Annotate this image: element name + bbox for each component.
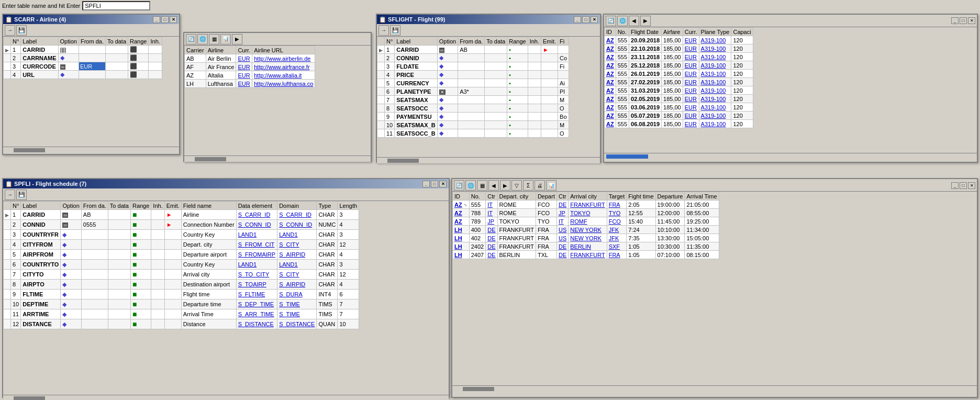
table-row[interactable]: 2 CONNID ═ 0555 ■ ► Connection Number S_… bbox=[4, 220, 359, 230]
table-row[interactable]: 4 CITYFROM ◆ ■ Depart. city S_FROM_CIT S… bbox=[4, 240, 359, 250]
table-row[interactable]: AZ 555 06.08.2019 185,00 EUR A319-100 12… bbox=[605, 120, 753, 128]
scarr-save-btn[interactable]: 💾 bbox=[16, 25, 27, 36]
table-row[interactable]: AZ 788 IT ROME FCO JP TOKYO TYO 12:55 12… bbox=[453, 209, 719, 217]
table-row[interactable]: 10 SEATSMAX_B ◆ ▪ M bbox=[377, 121, 569, 129]
spd-sum[interactable]: Σ bbox=[523, 180, 533, 191]
sfd-refresh[interactable]: 🔄 bbox=[606, 16, 616, 26]
table-row[interactable]: AZ 789 JP TOKYO TYO IT ROMF FCO 15:40 11… bbox=[453, 217, 719, 226]
scarr-hscrollbar[interactable] bbox=[3, 147, 179, 153]
sfd-minimize[interactable]: _ bbox=[951, 17, 959, 24]
carrier-play-btn[interactable]: ▶ bbox=[232, 34, 242, 45]
table-row[interactable]: LH Lufthansa EUR http://www.lufthansa.co bbox=[185, 80, 315, 88]
spd-minimize[interactable]: _ bbox=[951, 182, 959, 189]
spd-globe[interactable]: 🌐 bbox=[465, 180, 476, 191]
table-row[interactable]: LH 2402 DE FRANKFURT FRA DE BERLIN SXF 1… bbox=[453, 242, 719, 251]
sflight-close[interactable]: ✕ bbox=[591, 16, 598, 23]
table-row[interactable]: 8 SEATSOCC ◆ ▪ O bbox=[377, 104, 569, 113]
table-row[interactable]: AZ ✎ 555 IT ROME FCO DE FRANKFURT FRA 2:… bbox=[453, 201, 719, 209]
spd-filter[interactable]: ▽ bbox=[511, 180, 522, 191]
scarr-maximize[interactable]: □ bbox=[161, 16, 169, 23]
table-row[interactable]: 5 AIRPFROM ◆ ■ Departure airport S_FROMA… bbox=[4, 250, 359, 260]
table-row[interactable]: ▶ 1 CARRID ═ AB ■ ► Airline S_CARR_ID S_… bbox=[4, 210, 359, 220]
carrier-window: 🔄 🌐 ▦ 📊 ▶ Carrier Airline Curr. Airline … bbox=[183, 32, 372, 162]
table-row[interactable]: 4 URL ◆ ⬛ bbox=[4, 71, 162, 79]
sfd-hscrollbar[interactable] bbox=[604, 153, 977, 159]
table-row[interactable]: 2 CONNID ◆ ▪ Co bbox=[377, 54, 569, 62]
spfli-nav-btn[interactable]: → bbox=[5, 190, 15, 200]
spd-refresh[interactable]: 🔄 bbox=[454, 180, 464, 191]
table-row[interactable]: 11 SEATSOCC_B ◆ ▪ O bbox=[377, 129, 569, 138]
spd-hscrollbar[interactable] bbox=[452, 385, 977, 392]
carrier-chart-btn[interactable]: 📊 bbox=[220, 34, 231, 45]
col-option: Option bbox=[58, 37, 79, 46]
scarr-nav-btn[interactable]: → bbox=[5, 25, 15, 36]
sfd-globe[interactable]: 🌐 bbox=[617, 16, 628, 26]
table-row[interactable]: ▶ 1 CARRID [ ] ⬛ bbox=[4, 46, 162, 54]
table-row[interactable]: AZ 555 05.07.2019 185,00 EUR A319-100 12… bbox=[605, 112, 753, 120]
scarr-minimize[interactable]: _ bbox=[153, 16, 160, 23]
spd-close[interactable]: ✕ bbox=[968, 182, 975, 189]
table-row[interactable]: AZ 555 03.06.2019 185,00 EUR A319-100 12… bbox=[605, 103, 753, 112]
table-row[interactable]: LH 402 DE FRANKFURT FRA US NEW YORK JFK … bbox=[453, 234, 719, 242]
spd-next[interactable]: ▶ bbox=[500, 180, 510, 191]
table-row[interactable]: AB Air Berlin EUR http://www.airberlin.d… bbox=[185, 54, 315, 63]
sfd-maximize[interactable]: □ bbox=[960, 17, 967, 24]
table-row[interactable]: 7 CITYTO ◆ ■ Arrival city S_TO_CITY S_CI… bbox=[4, 270, 359, 280]
scarr-titlebar: 📋 SCARR - Airline (4) _ □ ✕ bbox=[3, 15, 179, 24]
table-row[interactable]: 6 COUNTRYTO ◆ ■ Country Key LAND1 LAND1 … bbox=[4, 260, 359, 270]
table-row[interactable]: 6 PLANETYPE ✕ A3* ▪ Pl bbox=[377, 87, 569, 96]
table-row[interactable]: ▶ 1 CARRID ═ AB ▪ ► bbox=[377, 46, 569, 54]
spd-chart[interactable]: 📊 bbox=[546, 180, 556, 191]
table-row[interactable]: 11 ARRTIME ◆ ■ Arrival Time S_ARR_TIME S… bbox=[4, 309, 359, 319]
table-row[interactable]: AZ Altalia EUR http://www.altalia.it bbox=[185, 71, 315, 80]
table-row[interactable]: AZ 555 27.02.2019 185,00 EUR A319-100 12… bbox=[605, 78, 753, 86]
table-row[interactable]: AZ 555 26.01.2019 185,00 EUR A319-100 12… bbox=[605, 70, 753, 78]
scarr-table: N° Label Option From da. To data Range I… bbox=[3, 37, 162, 79]
table-row[interactable]: 2 CARRNAME ◆ ⬛ bbox=[4, 54, 162, 62]
table-row[interactable]: 12 DISTANCE ◆ ■ Distance S_DISTANCE S_DI… bbox=[4, 319, 359, 329]
table-row[interactable]: 5 CURRENCY ◆ ▪ Ai bbox=[377, 79, 569, 87]
carrier-hscrollbar[interactable] bbox=[184, 155, 371, 162]
spfli-minimize[interactable]: _ bbox=[422, 181, 430, 187]
table-row[interactable]: AZ 555 31.03.2019 185,00 EUR A319-100 12… bbox=[605, 86, 753, 95]
table-name-input[interactable] bbox=[82, 1, 150, 10]
table-row[interactable]: AZ 555 20.09.2018 185,00 EUR A319-100 12… bbox=[605, 36, 753, 45]
table-row[interactable]: AZ 555 22.10.2018 185,00 EUR A319-100 12… bbox=[605, 45, 753, 53]
table-row[interactable]: 10 DEPTIME ◆ ■ Departure time S_DEP_TIME… bbox=[4, 299, 359, 309]
carrier-globe-btn[interactable]: 🌐 bbox=[197, 34, 208, 45]
spfli-hscrollbar[interactable] bbox=[3, 395, 449, 400]
table-row[interactable]: 3 FLDATE ◆ ▪ Fi bbox=[377, 62, 569, 71]
table-row[interactable]: AF Air France EUR http://www.airfrance.f… bbox=[185, 63, 315, 71]
table-row[interactable]: 9 PAYMENTSU ◆ ▪ Bo bbox=[377, 113, 569, 121]
sflight-hscrollbar[interactable] bbox=[377, 157, 600, 163]
table-row[interactable]: AZ 555 02.05.2019 185,00 EUR A319-100 12… bbox=[605, 95, 753, 103]
table-row[interactable]: LH 2407 DE BERLIN TXL DE FRANKFURT FRA 1… bbox=[453, 251, 719, 259]
table-row[interactable]: 3 COUNTRYFR ◆ ■ Country Key LAND1 LAND1 … bbox=[4, 230, 359, 240]
carrier-table-btn[interactable]: ▦ bbox=[209, 34, 219, 45]
spfli-maximize[interactable]: □ bbox=[431, 181, 438, 187]
sflight-save-btn[interactable]: 💾 bbox=[390, 25, 400, 36]
table-row[interactable]: 7 SEATSMAX ◆ ▪ M bbox=[377, 96, 569, 104]
table-row[interactable]: 4 PRICE ◆ ▪ bbox=[377, 71, 569, 79]
table-row[interactable]: AZ 555 25.12.2018 185,00 EUR A319-100 12… bbox=[605, 61, 753, 70]
spd-maximize[interactable]: □ bbox=[960, 182, 967, 189]
spd-table[interactable]: ▦ bbox=[477, 180, 487, 191]
sflight-nav-btn[interactable]: → bbox=[378, 25, 389, 36]
sflight-maximize[interactable]: □ bbox=[582, 16, 589, 23]
spfli-close[interactable]: ✕ bbox=[439, 181, 447, 187]
sflight-controls: _ □ ✕ bbox=[574, 16, 598, 23]
table-row[interactable]: AZ 555 23.11.2018 185,00 EUR A319-100 12… bbox=[605, 53, 753, 61]
sfd-close[interactable]: ✕ bbox=[968, 17, 975, 24]
sflight-minimize[interactable]: _ bbox=[574, 16, 581, 23]
spd-prev[interactable]: ◀ bbox=[488, 180, 499, 191]
sfd-next[interactable]: ▶ bbox=[640, 16, 651, 26]
scarr-close[interactable]: ✕ bbox=[170, 16, 177, 23]
spfli-save-btn[interactable]: 💾 bbox=[16, 190, 27, 200]
sfd-prev[interactable]: ◀ bbox=[629, 16, 639, 26]
spd-print[interactable]: 🖨 bbox=[534, 180, 545, 191]
table-row[interactable]: 9 FLTIME ◆ ■ Flight time S_FLTIME S_DURA… bbox=[4, 290, 359, 299]
table-row[interactable]: 3 CURRCODE ═ EUR ⬛ bbox=[4, 62, 162, 71]
table-row[interactable]: LH 400 DE FRANKFURT FRA US NEW YORK JFK … bbox=[453, 226, 719, 234]
table-row[interactable]: 8 AIRPTO ◆ ■ Destination airport S_TOAIR… bbox=[4, 280, 359, 290]
carrier-refresh-btn[interactable]: 🔄 bbox=[186, 34, 196, 45]
